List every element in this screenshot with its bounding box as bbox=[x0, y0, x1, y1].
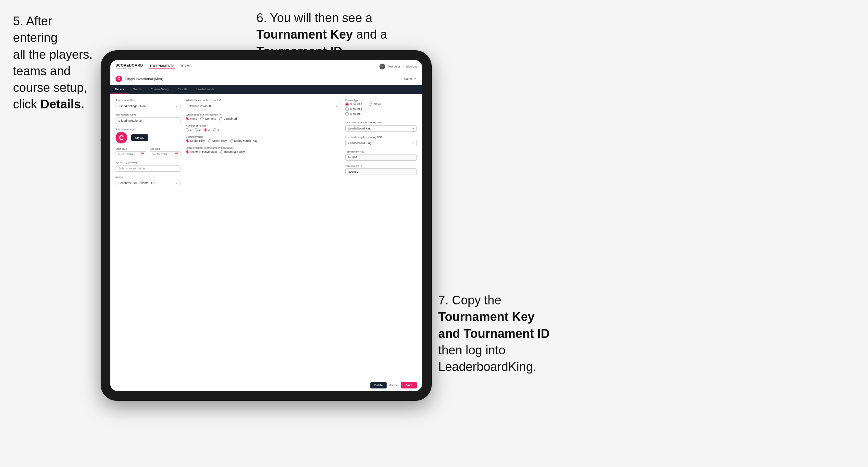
scoring-medal[interactable]: Medal Match Play bbox=[230, 139, 258, 143]
format-5count4-radio[interactable] bbox=[345, 102, 349, 106]
cancel-label: Cancel bbox=[404, 77, 413, 81]
format-6count5: 6 count 5 bbox=[345, 112, 362, 116]
format-left: 5 count 4 6 count 4 6 count 5 bbox=[345, 102, 362, 117]
tournament-host-select[interactable]: Clippd College - Men bbox=[116, 103, 181, 110]
live-scoring2-group: Use third-party live scoring API? ✕ bbox=[345, 136, 417, 146]
sponsor-group: Sponsor (optional) bbox=[116, 161, 181, 172]
save-button[interactable]: Save bbox=[401, 382, 417, 388]
live-scoring2-clear-btn[interactable]: ✕ bbox=[412, 142, 415, 145]
live-scoring2-label: Use third-party live scoring API? bbox=[345, 136, 417, 138]
rounds-label: Number of rounds bbox=[186, 124, 340, 127]
page-logo: C bbox=[116, 75, 122, 82]
logo-upload-area: C Upload bbox=[116, 132, 181, 144]
format-6count5-radio[interactable] bbox=[345, 112, 349, 116]
teams-plus-individuals[interactable]: Teams (+Individuals) bbox=[186, 150, 217, 154]
venue-group: Venue Peachtree GC - Atlanta - GA bbox=[116, 176, 181, 186]
nav-separator: | bbox=[403, 65, 403, 68]
tab-leaderboards[interactable]: Leaderboards bbox=[192, 85, 219, 94]
division-group: Which division is the event for? NCAA Di… bbox=[186, 99, 340, 110]
end-date-input-wrap: 📅 bbox=[150, 151, 181, 157]
format-5count4-label: 5 count 4 bbox=[350, 102, 362, 106]
start-date-icon: 📅 bbox=[141, 153, 144, 156]
end-date-group: End date 📅 bbox=[150, 147, 181, 157]
format-other-radio[interactable] bbox=[369, 102, 372, 106]
col-right: Format type 5 count 4 6 count 4 bbox=[345, 99, 417, 374]
teams-group: Is this event for Teams and/or Individua… bbox=[186, 146, 340, 154]
nav-avatar: SI bbox=[379, 64, 385, 69]
tab-course-setup[interactable]: Course Setup bbox=[146, 85, 173, 94]
cancel-button[interactable]: Cancel bbox=[389, 383, 398, 387]
page-header: C Clippd Invitational (Men) Cancel ✕ bbox=[111, 73, 422, 85]
header-cancel-btn[interactable]: Cancel ✕ bbox=[404, 77, 417, 81]
nav-user: SI Test User | Sign out bbox=[379, 64, 417, 69]
start-date-input[interactable] bbox=[118, 153, 141, 156]
brand-sub: Powered by clippd bbox=[116, 67, 143, 69]
teams-label: Is this event for Teams and/or Individua… bbox=[186, 146, 340, 149]
live-scoring2-input[interactable] bbox=[345, 140, 417, 146]
division-select[interactable]: NCAA Division III bbox=[186, 103, 340, 110]
format-options-container: 5 count 4 6 count 4 6 count 5 bbox=[345, 102, 417, 117]
format-right: Other bbox=[369, 102, 381, 117]
end-date-input[interactable] bbox=[152, 153, 175, 156]
format-5count4: 5 count 4 bbox=[345, 102, 362, 106]
nav-links: TOURNAMENTS TEAMS bbox=[149, 64, 191, 69]
tournament-key-value: b4f8b7 bbox=[345, 154, 417, 161]
rounds-3[interactable]: 3 bbox=[204, 128, 210, 131]
app-navbar: SCOREBOARD Powered by clippd TOURNAMENTS… bbox=[111, 60, 422, 73]
sign-out-link[interactable]: Sign out bbox=[406, 65, 417, 68]
tab-results[interactable]: Results bbox=[173, 85, 192, 94]
sponsor-input[interactable] bbox=[116, 165, 181, 172]
live-scoring-input[interactable] bbox=[345, 125, 417, 132]
venue-select[interactable]: Peachtree GC - Atlanta - GA bbox=[116, 180, 181, 186]
live-scoring-clear-btn[interactable]: ✕ bbox=[412, 127, 415, 130]
nav-tournaments[interactable]: TOURNAMENTS bbox=[149, 64, 174, 69]
gender-womens[interactable]: Womens bbox=[200, 117, 216, 120]
main-content: Tournament Host Clippd College - Men Tou… bbox=[111, 94, 422, 379]
teams-radio-group: Teams (+Individuals) Individuals Only bbox=[186, 150, 340, 154]
tournament-id-group: Tournament ID 302051 bbox=[345, 164, 417, 175]
nav-teams[interactable]: TEAMS bbox=[181, 64, 191, 69]
live-scoring-group: Use third-party live scoring API? ✕ bbox=[345, 121, 417, 132]
venue-label: Venue bbox=[116, 176, 181, 179]
tournament-key-group: Tournament Key b4f8b7 bbox=[345, 150, 417, 161]
rounds-group: Number of rounds 1 2 3 4 bbox=[186, 124, 340, 131]
upload-btn[interactable]: Upload bbox=[131, 134, 148, 141]
col-mid: Which division is the event for? NCAA Di… bbox=[186, 99, 340, 374]
division-label: Which division is the event for? bbox=[186, 99, 340, 101]
format-group: Format type 5 count 4 6 count 4 bbox=[345, 99, 417, 117]
tournament-name-input[interactable] bbox=[116, 118, 181, 124]
scoring-match[interactable]: Match Play bbox=[208, 139, 227, 143]
rounds-1[interactable]: 1 bbox=[186, 128, 191, 131]
format-other: Other bbox=[369, 102, 381, 106]
page-title: Clippd Invitational (Men) bbox=[125, 77, 163, 81]
format-6count4-radio[interactable] bbox=[345, 107, 349, 111]
live-scoring-label: Use third-party live scoring API? bbox=[345, 121, 417, 124]
scoring-stroke[interactable]: Stroke Play bbox=[186, 139, 205, 143]
end-date-label: End date bbox=[150, 147, 181, 150]
format-6count4: 6 count 4 bbox=[345, 107, 362, 111]
live-scoring-input-wrap: ✕ bbox=[345, 125, 417, 132]
gender-combined[interactable]: Combined bbox=[219, 117, 237, 120]
tab-teams[interactable]: Teams bbox=[128, 85, 146, 94]
format-other-label: Other bbox=[374, 102, 381, 106]
teams-individuals-only[interactable]: Individuals Only bbox=[220, 150, 245, 154]
start-date-input-wrap: 📅 bbox=[116, 151, 146, 157]
tournament-id-label: Tournament ID bbox=[345, 164, 417, 167]
format-6count4-label: 6 count 4 bbox=[350, 107, 362, 111]
live-scoring2-input-wrap: ✕ bbox=[345, 139, 417, 146]
annotation-bottom-right: 7. Copy the Tournament Key and Tournamen… bbox=[438, 292, 594, 375]
sponsor-label: Sponsor (optional) bbox=[116, 161, 181, 164]
tournament-id-value: 302051 bbox=[345, 168, 417, 175]
tablet-frame: SCOREBOARD Powered by clippd TOURNAMENTS… bbox=[101, 50, 432, 401]
rounds-4[interactable]: 4 bbox=[213, 128, 219, 131]
gender-mens[interactable]: Mens bbox=[186, 117, 197, 120]
scoring-radio-group: Stroke Play Match Play Medal Match Play bbox=[186, 139, 340, 143]
tab-details[interactable]: Details bbox=[111, 85, 128, 94]
tournament-host-label: Tournament Host bbox=[116, 99, 181, 101]
logo-icon: C bbox=[116, 132, 127, 144]
gender-label: Which gender is the event for? bbox=[186, 113, 340, 116]
delete-button[interactable]: Delete bbox=[370, 382, 386, 388]
rounds-2[interactable]: 2 bbox=[195, 128, 200, 131]
start-date-group: Start date 📅 bbox=[116, 147, 146, 157]
tournament-name-group: Tournament name bbox=[116, 113, 181, 124]
